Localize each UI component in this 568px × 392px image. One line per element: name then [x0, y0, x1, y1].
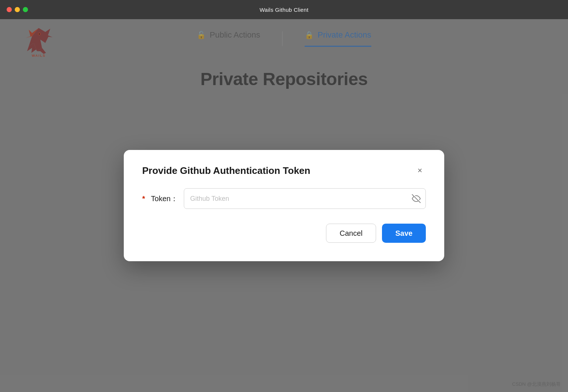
minimize-button[interactable]: [15, 7, 20, 12]
modal-title: Provide Github Authentication Token: [142, 165, 310, 176]
toggle-visibility-button[interactable]: [412, 194, 421, 203]
modal-overlay: Provide Github Authentication Token × * …: [0, 19, 568, 392]
modal-actions: Cancel Save: [142, 224, 426, 243]
token-label: Token：: [151, 194, 178, 204]
window-controls: [7, 7, 28, 12]
main-content: WAILS 🔓 Public Actions 🔒 Private Actions…: [0, 19, 568, 392]
modal-header: Provide Github Authentication Token ×: [142, 165, 426, 176]
modal-close-button[interactable]: ×: [414, 165, 426, 176]
save-button[interactable]: Save: [382, 224, 426, 243]
token-form-row: * Token：: [142, 188, 426, 209]
token-input[interactable]: [184, 188, 426, 209]
token-input-wrapper: [184, 188, 426, 209]
eye-off-icon: [412, 194, 421, 203]
required-marker: *: [142, 195, 145, 203]
auth-modal: Provide Github Authentication Token × * …: [124, 150, 444, 261]
window-title: Wails Github Client: [260, 7, 309, 13]
maximize-button[interactable]: [23, 7, 28, 12]
cancel-button[interactable]: Cancel: [326, 224, 376, 243]
close-button[interactable]: [7, 7, 12, 12]
close-icon: ×: [418, 166, 423, 175]
titlebar: Wails Github Client: [0, 0, 568, 19]
